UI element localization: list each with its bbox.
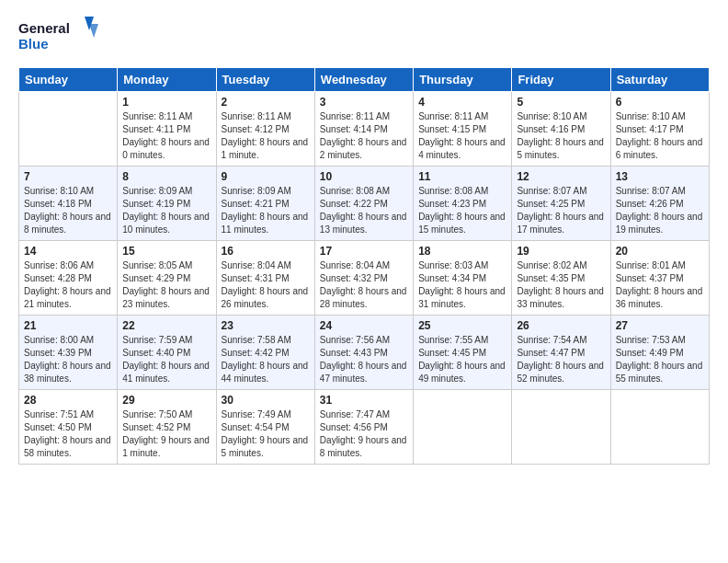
day-number: 2 <box>222 96 310 109</box>
calendar-cell: 20Sunrise: 8:01 AMSunset: 4:37 PMDayligh… <box>610 241 709 316</box>
calendar-cell: 1Sunrise: 8:11 AMSunset: 4:11 PMDaylight… <box>118 92 216 167</box>
day-info: Sunrise: 8:11 AMSunset: 4:15 PMDaylight:… <box>418 110 506 162</box>
svg-text:Blue: Blue <box>18 36 49 52</box>
calendar-cell: 17Sunrise: 8:04 AMSunset: 4:32 PMDayligh… <box>314 241 413 316</box>
day-number: 5 <box>517 96 605 109</box>
day-info: Sunrise: 8:10 AMSunset: 4:18 PMDaylight:… <box>24 185 112 236</box>
day-number: 31 <box>320 394 408 407</box>
day-info: Sunrise: 8:05 AMSunset: 4:29 PMDaylight:… <box>122 259 210 311</box>
calendar-cell: 28Sunrise: 7:51 AMSunset: 4:50 PMDayligh… <box>19 390 118 465</box>
weekday-header-row: SundayMondayTuesdayWednesdayThursdayFrid… <box>19 68 710 92</box>
calendar-cell: 15Sunrise: 8:05 AMSunset: 4:29 PMDayligh… <box>118 241 216 316</box>
day-info: Sunrise: 8:08 AMSunset: 4:22 PMDaylight:… <box>320 185 408 236</box>
calendar-cell: 21Sunrise: 8:00 AMSunset: 4:39 PMDayligh… <box>19 316 118 390</box>
day-info: Sunrise: 8:09 AMSunset: 4:19 PMDaylight:… <box>122 185 210 236</box>
calendar-cell: 16Sunrise: 8:04 AMSunset: 4:31 PMDayligh… <box>216 241 314 316</box>
day-number: 30 <box>222 394 310 407</box>
day-number: 27 <box>616 319 704 332</box>
weekday-header-saturday: Saturday <box>610 68 709 92</box>
day-number: 29 <box>122 394 210 407</box>
day-info: Sunrise: 7:56 AMSunset: 4:43 PMDaylight:… <box>320 334 408 385</box>
day-info: Sunrise: 8:09 AMSunset: 4:21 PMDaylight:… <box>222 185 310 236</box>
calendar-cell: 29Sunrise: 7:50 AMSunset: 4:52 PMDayligh… <box>118 390 216 465</box>
logo-graphic: General Blue <box>18 17 101 58</box>
day-info: Sunrise: 8:02 AMSunset: 4:35 PMDaylight:… <box>517 259 605 311</box>
day-info: Sunrise: 8:07 AMSunset: 4:26 PMDaylight:… <box>616 185 704 236</box>
calendar-cell: 14Sunrise: 8:06 AMSunset: 4:28 PMDayligh… <box>19 241 118 316</box>
day-info: Sunrise: 8:06 AMSunset: 4:28 PMDaylight:… <box>24 259 112 311</box>
calendar-cell: 10Sunrise: 8:08 AMSunset: 4:22 PMDayligh… <box>314 167 413 241</box>
weekday-header-wednesday: Wednesday <box>314 68 413 92</box>
day-number: 22 <box>122 319 210 332</box>
weekday-header-monday: Monday <box>118 68 216 92</box>
calendar-cell: 23Sunrise: 7:58 AMSunset: 4:42 PMDayligh… <box>216 316 314 390</box>
day-number: 4 <box>418 96 506 109</box>
day-info: Sunrise: 7:50 AMSunset: 4:52 PMDaylight:… <box>122 408 210 460</box>
calendar-cell <box>414 390 512 465</box>
header: General Blue <box>18 17 710 58</box>
calendar-cell: 8Sunrise: 8:09 AMSunset: 4:19 PMDaylight… <box>118 167 216 241</box>
calendar-cell: 19Sunrise: 8:02 AMSunset: 4:35 PMDayligh… <box>512 241 610 316</box>
day-info: Sunrise: 7:54 AMSunset: 4:47 PMDaylight:… <box>517 334 605 385</box>
calendar-cell: 13Sunrise: 8:07 AMSunset: 4:26 PMDayligh… <box>610 167 709 241</box>
day-number: 12 <box>517 170 605 183</box>
day-number: 23 <box>222 319 310 332</box>
page: General Blue SundayMondayTuesdayWednesda… <box>0 0 728 563</box>
calendar-cell: 6Sunrise: 8:10 AMSunset: 4:17 PMDaylight… <box>610 92 709 167</box>
calendar-cell: 9Sunrise: 8:09 AMSunset: 4:21 PMDaylight… <box>216 167 314 241</box>
day-number: 24 <box>320 319 408 332</box>
calendar-cell: 30Sunrise: 7:49 AMSunset: 4:54 PMDayligh… <box>216 390 314 465</box>
day-info: Sunrise: 8:11 AMSunset: 4:12 PMDaylight:… <box>222 110 310 162</box>
calendar-cell: 12Sunrise: 8:07 AMSunset: 4:25 PMDayligh… <box>512 167 610 241</box>
calendar-cell: 27Sunrise: 7:53 AMSunset: 4:49 PMDayligh… <box>610 316 709 390</box>
day-info: Sunrise: 7:55 AMSunset: 4:45 PMDaylight:… <box>418 334 506 385</box>
weekday-header-friday: Friday <box>512 68 610 92</box>
week-row-1: 1Sunrise: 8:11 AMSunset: 4:11 PMDaylight… <box>19 92 710 167</box>
calendar-cell: 7Sunrise: 8:10 AMSunset: 4:18 PMDaylight… <box>19 167 118 241</box>
day-number: 20 <box>616 245 704 258</box>
calendar-cell <box>19 92 118 167</box>
day-info: Sunrise: 8:01 AMSunset: 4:37 PMDaylight:… <box>616 259 704 311</box>
day-number: 15 <box>122 245 210 258</box>
calendar-cell: 4Sunrise: 8:11 AMSunset: 4:15 PMDaylight… <box>414 92 512 167</box>
week-row-2: 7Sunrise: 8:10 AMSunset: 4:18 PMDaylight… <box>19 167 710 241</box>
day-info: Sunrise: 7:53 AMSunset: 4:49 PMDaylight:… <box>616 334 704 385</box>
week-row-5: 28Sunrise: 7:51 AMSunset: 4:50 PMDayligh… <box>19 390 710 465</box>
day-info: Sunrise: 8:11 AMSunset: 4:11 PMDaylight:… <box>122 110 210 162</box>
week-row-4: 21Sunrise: 8:00 AMSunset: 4:39 PMDayligh… <box>19 316 710 390</box>
day-number: 16 <box>222 245 310 258</box>
calendar-cell: 25Sunrise: 7:55 AMSunset: 4:45 PMDayligh… <box>414 316 512 390</box>
day-info: Sunrise: 7:59 AMSunset: 4:40 PMDaylight:… <box>122 334 210 385</box>
day-number: 13 <box>616 170 704 183</box>
day-info: Sunrise: 7:58 AMSunset: 4:42 PMDaylight:… <box>222 334 310 385</box>
weekday-header-sunday: Sunday <box>19 68 118 92</box>
weekday-header-thursday: Thursday <box>414 68 512 92</box>
day-number: 21 <box>24 319 112 332</box>
calendar-cell: 24Sunrise: 7:56 AMSunset: 4:43 PMDayligh… <box>314 316 413 390</box>
day-number: 1 <box>122 96 210 109</box>
day-number: 3 <box>320 96 408 109</box>
day-number: 17 <box>320 245 408 258</box>
day-number: 26 <box>517 319 605 332</box>
svg-text:General: General <box>18 20 70 36</box>
day-number: 25 <box>418 319 506 332</box>
day-number: 10 <box>320 170 408 183</box>
calendar-cell: 18Sunrise: 8:03 AMSunset: 4:34 PMDayligh… <box>414 241 512 316</box>
calendar-cell: 31Sunrise: 7:47 AMSunset: 4:56 PMDayligh… <box>314 390 413 465</box>
day-info: Sunrise: 8:08 AMSunset: 4:23 PMDaylight:… <box>418 185 506 236</box>
day-number: 8 <box>122 170 210 183</box>
day-info: Sunrise: 8:10 AMSunset: 4:17 PMDaylight:… <box>616 110 704 162</box>
calendar-cell: 11Sunrise: 8:08 AMSunset: 4:23 PMDayligh… <box>414 167 512 241</box>
week-row-3: 14Sunrise: 8:06 AMSunset: 4:28 PMDayligh… <box>19 241 710 316</box>
day-number: 6 <box>616 96 704 109</box>
day-info: Sunrise: 8:11 AMSunset: 4:14 PMDaylight:… <box>320 110 408 162</box>
day-number: 18 <box>418 245 506 258</box>
calendar-cell: 3Sunrise: 8:11 AMSunset: 4:14 PMDaylight… <box>314 92 413 167</box>
day-info: Sunrise: 7:47 AMSunset: 4:56 PMDaylight:… <box>320 408 408 460</box>
day-info: Sunrise: 7:51 AMSunset: 4:50 PMDaylight:… <box>24 408 112 460</box>
calendar-table: SundayMondayTuesdayWednesdayThursdayFrid… <box>18 67 710 465</box>
day-info: Sunrise: 8:04 AMSunset: 4:32 PMDaylight:… <box>320 259 408 311</box>
calendar-cell: 22Sunrise: 7:59 AMSunset: 4:40 PMDayligh… <box>118 316 216 390</box>
svg-marker-3 <box>89 24 98 38</box>
day-number: 11 <box>418 170 506 183</box>
